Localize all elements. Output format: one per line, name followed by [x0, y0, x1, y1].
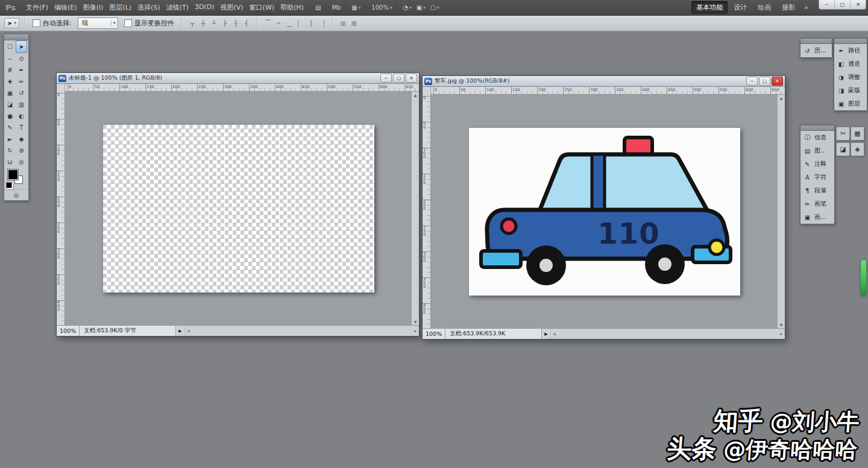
vertical-scrollbar[interactable]: ▲ ▼	[777, 95, 785, 328]
eraser-tool[interactable]: ◪	[4, 99, 16, 110]
tools-panel-grip[interactable]	[4, 34, 28, 40]
menu-help[interactable]: 帮助(H)	[277, 2, 307, 13]
auto-select-checkbox[interactable]: 自动选择:	[33, 19, 72, 28]
workspace-photography[interactable]: 摄影	[777, 1, 800, 14]
police-car-canvas[interactable]: 110	[469, 128, 740, 296]
eyedropper-tool[interactable]: ✒	[16, 65, 27, 76]
clone-stamp-tool[interactable]: ▣	[4, 87, 16, 99]
align-icon[interactable]: ┻	[209, 18, 219, 28]
app-close-button[interactable]: ✕	[851, 0, 866, 9]
zoom-percentage[interactable]: 100%	[423, 329, 445, 339]
rotate-view-icon-button[interactable]: ◔▾	[400, 3, 414, 12]
brush-tool[interactable]: ✏	[16, 76, 27, 87]
path-select-tool[interactable]: ►	[4, 133, 16, 145]
distribute-icon[interactable]: ▏	[295, 18, 306, 28]
doc-close-button[interactable]: ✕	[772, 77, 783, 86]
workspace-painting[interactable]: 绘画	[753, 1, 776, 14]
menu-file[interactable]: 文件(F)	[23, 2, 51, 13]
character-panel[interactable]: A字符	[800, 171, 834, 184]
align-icon[interactable]: ╋	[198, 18, 209, 28]
scroll-up-icon[interactable]: ▲	[780, 96, 783, 100]
distribute-icon[interactable]: ▔	[263, 18, 273, 28]
crop-tool[interactable]: #	[4, 65, 16, 76]
pen-tool[interactable]: ✎	[4, 122, 16, 133]
canvas-area[interactable]: 110	[431, 95, 777, 328]
canvas-area[interactable]	[65, 92, 411, 325]
auto-align-icon[interactable]: ▩	[349, 18, 359, 28]
document-titlebar[interactable]: Ps 未标题-1 @ 100% (图层 1, RGB/8) ─ □ ✕	[57, 73, 419, 84]
bridge-icon-button[interactable]: ▤	[313, 3, 323, 12]
zoom-level-control-button[interactable]: 100%▾	[369, 3, 394, 12]
styles-icon[interactable]: ◪	[836, 142, 850, 156]
screen-mode-icon-button[interactable]: ▢▾	[428, 3, 442, 12]
zoom-percentage[interactable]: 100%	[57, 326, 80, 336]
panel-grip[interactable]	[800, 39, 832, 44]
checkbox-icon[interactable]	[124, 19, 132, 27]
quick-mask-button[interactable]: ◎	[4, 189, 28, 200]
workspace-overflow-button[interactable]: »	[800, 4, 813, 11]
marquee-tool[interactable]: ▢	[4, 40, 16, 52]
doc-maximize-button[interactable]: □	[393, 74, 404, 83]
swatches-icon[interactable]: ▦	[851, 127, 864, 141]
layer-comps-panel[interactable]: ▤图..	[800, 144, 834, 157]
layers-panel[interactable]: ▣图层	[834, 97, 867, 110]
brushes-panel[interactable]: ✏画笔	[800, 197, 834, 210]
scroll-right-icon[interactable]: ▸	[780, 332, 782, 337]
scroll-down-icon[interactable]: ▼	[414, 320, 417, 324]
status-popup-arrow-icon[interactable]: ▶	[176, 329, 184, 334]
masks-panel[interactable]: ◨蒙版	[834, 84, 867, 97]
show-transform-checkbox[interactable]: 显示变换控件	[124, 19, 174, 28]
menu-filter[interactable]: 滤镜(T)	[163, 2, 192, 13]
menu-layer[interactable]: 图层(L)	[106, 2, 134, 13]
arrange-documents-icon-button[interactable]: ▣▾	[414, 3, 428, 12]
scissors-icon[interactable]: ✂	[836, 127, 850, 141]
rotate-3d-tool[interactable]: ↻	[4, 145, 16, 156]
workspace-essentials[interactable]: 基本功能	[691, 1, 728, 14]
type-tool[interactable]: T	[16, 122, 27, 133]
foreground-color-swatch[interactable]	[8, 169, 18, 180]
auto-align-icon[interactable]: ▦	[338, 18, 348, 28]
panel-grip[interactable]	[834, 39, 867, 44]
status-popup-arrow-icon[interactable]: ▶	[542, 332, 550, 337]
quick-select-tool[interactable]: ⊙	[16, 53, 27, 65]
paths-panel[interactable]: ✒路径	[834, 44, 867, 57]
green-scroll-indicator[interactable]	[861, 260, 866, 296]
clone-source-panel[interactable]: ▣画...	[800, 210, 834, 224]
gradient-tool[interactable]: ▥	[16, 99, 27, 110]
distribute-icon[interactable]: ▁	[285, 18, 295, 28]
distribute-icon[interactable]: ║	[306, 18, 316, 28]
align-icon[interactable]: ╂	[231, 18, 241, 28]
channels-panel[interactable]: ◧通道	[834, 57, 867, 71]
dodge-tool[interactable]: ◐	[16, 110, 27, 122]
align-icon[interactable]: ┣	[220, 18, 230, 28]
doc-close-button[interactable]: ✕	[406, 74, 417, 83]
lasso-tool[interactable]: ∽	[4, 53, 16, 65]
align-icon[interactable]: ┫	[242, 18, 252, 28]
doc-maximize-button[interactable]: □	[759, 77, 770, 86]
horizontal-scrollbar[interactable]: ◂ ▸	[550, 329, 785, 339]
workspace-design[interactable]: 设计	[729, 1, 752, 14]
tool-preset-picker[interactable]: ➤ ▾	[4, 18, 19, 28]
app-minimize-button[interactable]: ─	[819, 0, 835, 9]
menu-select[interactable]: 选择(S)	[134, 2, 163, 13]
document-titlebar[interactable]: Ps 警车.jpg @ 100%(RGB/8#) ─ □ ✕	[423, 76, 785, 87]
transparent-canvas[interactable]	[103, 125, 374, 292]
vertical-scrollbar[interactable]: ▲ ▼	[411, 92, 419, 325]
move-tool[interactable]: ➤	[16, 40, 27, 53]
align-icon[interactable]: ┳	[187, 18, 198, 28]
zoom-tool[interactable]: ◎	[16, 156, 27, 168]
paragraph-panel[interactable]: ¶段落	[800, 184, 834, 197]
healing-brush-tool[interactable]: ✚	[4, 76, 16, 87]
view-extras-icon-button[interactable]: ▦▾	[349, 3, 363, 12]
document-window-untitled[interactable]: Ps 未标题-1 @ 100% (图层 1, RGB/8) ─ □ ✕ 0501…	[56, 72, 420, 337]
orbit-3d-tool[interactable]: ⊕	[16, 145, 27, 156]
auto-select-mode-dropdown[interactable]: 组 ▾	[78, 17, 118, 29]
navigator-icon[interactable]: ◈	[851, 142, 864, 156]
horizontal-scrollbar[interactable]: ◂ ▸	[184, 326, 419, 336]
menu-3d[interactable]: 3D(D)	[192, 2, 218, 13]
scroll-right-icon[interactable]: ▸	[414, 329, 417, 334]
scroll-left-icon[interactable]: ◂	[553, 332, 556, 337]
info-panel[interactable]: ⓘ信息	[800, 131, 834, 144]
checkbox-icon[interactable]	[33, 19, 40, 27]
menu-edit[interactable]: 编辑(E)	[51, 2, 80, 13]
